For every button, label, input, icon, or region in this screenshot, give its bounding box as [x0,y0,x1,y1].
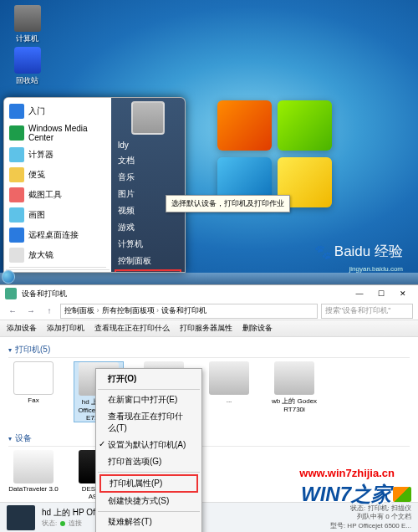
minimize-button[interactable]: — [349,288,370,299]
start-menu-right-item[interactable]: 计算机 [111,236,185,253]
toolbar-add-device[interactable]: 添加设备 [7,323,37,334]
all-programs[interactable]: 所有程序 [6,269,110,273]
printer-item[interactable]: ... [204,361,254,422]
status-dot-icon [60,521,65,526]
app-icon [9,187,24,202]
device-icon [13,450,54,483]
baidu-sub: jingyan.baidu.com [349,265,403,273]
back-button[interactable]: ← [5,304,20,319]
baidu-paw-icon: 🐾 [314,243,331,260]
printer-icon [209,361,249,395]
watermark-url: www.win7zhijia.cn [299,467,395,479]
app-icon [9,125,24,141]
item-label: 远程桌面连接 [28,229,79,241]
printer-item[interactable]: wb 上的 Godex RT730i [269,361,319,422]
context-menu-item[interactable]: 打开(O) [96,371,201,387]
context-menu-item[interactable]: 在新窗口中打开(E) [96,391,201,408]
start-menu-item[interactable]: Windows Media Center [6,121,110,145]
taskbar[interactable] [0,273,418,284]
start-menu-item[interactable]: 入门 [6,101,110,121]
context-menu-item[interactable]: 疑难解答(T) [96,514,201,530]
app-icon [9,147,24,162]
printer-item[interactable]: Fax [8,361,59,422]
device-label: DataTraveler 3.0 [8,485,59,493]
start-menu-item[interactable]: 远程桌面连接 [6,225,110,245]
toolbar-add-printer[interactable]: 添加打印机 [47,323,84,334]
start-menu-right-item[interactable]: 音乐 [111,169,185,186]
device-label: Fax [8,396,59,404]
start-button[interactable] [2,270,15,284]
toolbar-view-queue[interactable]: 查看现在正在打印什么 [94,323,170,334]
start-menu-item[interactable]: 便笺 [6,165,110,185]
toolbar-server-props[interactable]: 打印服务器属性 [180,323,232,334]
app-icon [9,248,24,263]
details-icon [7,505,35,530]
toolbar: 添加设备 添加打印机 查看现在正在打印什么 打印服务器属性 删除设备 [0,320,418,337]
device-label: ... [204,396,254,404]
forward-button[interactable]: → [23,304,38,319]
item-label: 画图 [28,209,45,221]
device-item[interactable]: DataTraveler 3.0 [8,450,59,500]
icon-label: 计算机 [8,33,46,44]
maximize-button[interactable]: ☐ [371,288,391,299]
context-menu-item[interactable]: 打印首选项(G) [96,453,201,470]
printer-icon [274,361,314,395]
group-devices[interactable]: 设备 [8,429,410,447]
toolbar-remove-device[interactable]: 删除设备 [242,323,273,334]
context-menu-item[interactable]: 打印机属性(P) [99,474,198,493]
window-icon [5,288,17,299]
context-menu: 打开(O)在新窗口中打开(E)查看现在正在打印什么(T)设置为默认打印机(A)打… [95,368,202,532]
navbar: ← → ↑ 控制面板 所有控制面板项 设备和打印机 搜索"设备和打印机" [0,302,418,320]
start-menu-right-item[interactable]: 控制面板 [111,253,185,269]
item-label: 截图工具 [28,189,62,201]
start-menu-right-item[interactable]: ldy [111,138,185,152]
start-menu: 入门Windows Media Center计算器便笺截图工具画图远程桌面连接放… [3,97,186,273]
item-label: Windows Media Center [28,124,106,142]
icon-label: 回收站 [8,75,46,86]
item-label: 入门 [28,105,45,117]
start-menu-item[interactable]: 放大镜 [6,245,110,265]
printer-icon [13,361,54,395]
watermark-logo: WIN7之家 [301,481,411,508]
start-menu-right-item[interactable]: 游戏 [111,219,185,236]
app-icon [9,228,24,243]
titlebar[interactable]: 设备和打印机 — ☐ ✕ [0,285,418,302]
tooltip: 选择默认设备，打印机及打印作业 [166,195,290,212]
window-title: 设备和打印机 [22,289,67,299]
breadcrumb[interactable]: 控制面板 所有控制面板项 设备和打印机 [60,304,318,319]
explorer-search[interactable]: 搜索"设备和打印机" [321,304,413,319]
item-label: 放大镜 [28,249,54,261]
app-icon [9,167,24,182]
context-menu-item[interactable]: 设置为默认打印机(A) [96,437,201,453]
baidu-watermark: 🐾 Baidu 经验 [314,242,403,261]
up-button[interactable]: ↑ [42,304,57,319]
start-menu-right: ldy文档音乐图片视频游戏计算机控制面板设备和打印机默认程序帮助和支持 [111,98,185,272]
details-meta: 状态: 打印机: 扫描仪 列队中有 0 个文档 型号: HP Officejet… [330,504,411,530]
app-icon [9,207,24,223]
desktop-icon-recycle[interactable]: 回收站 [8,47,46,86]
start-menu-right-item[interactable]: 设备和打印机 [115,269,181,273]
windows-logo [217,100,334,209]
start-menu-left: 入门Windows Media Center计算器便笺截图工具画图远程桌面连接放… [4,98,111,272]
start-menu-item[interactable]: 截图工具 [6,185,110,205]
recycle-icon [14,47,41,74]
desktop: 计算机 回收站 🐾 Baidu 经验 jingyan.baidu.com 201… [0,0,418,284]
device-label: wb 上的 Godex RT730i [269,396,319,413]
context-menu-item[interactable]: 查看现在正在打印什么(T) [96,408,201,437]
start-menu-item[interactable]: 画图 [6,205,110,225]
item-label: 计算器 [28,149,54,161]
app-icon [9,104,24,119]
group-printers[interactable]: 打印机(5) [8,340,410,358]
desktop-icon-computer[interactable]: 计算机 [8,5,46,44]
item-label: 便笺 [28,169,45,181]
start-menu-right-item[interactable]: 文档 [111,152,185,169]
computer-icon [14,5,41,32]
user-avatar[interactable] [131,101,165,135]
flag-icon [393,487,411,502]
close-button[interactable]: ✕ [393,288,413,299]
window-controls: — ☐ ✕ [349,288,413,299]
context-menu-item[interactable]: 创建快捷方式(S) [96,493,201,509]
start-menu-item[interactable]: 计算器 [6,145,110,165]
